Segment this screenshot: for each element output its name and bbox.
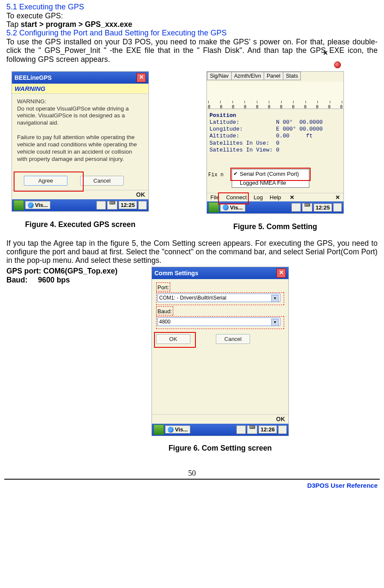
heading-5-2: 5.2 Configuring the Port and Baud Settin… — [6, 29, 378, 38]
globe-icon — [28, 202, 34, 208]
sat-val: 0 — [292, 105, 294, 109]
port-label: Port: — [157, 284, 169, 291]
start-icon[interactable] — [154, 425, 164, 435]
close-icon[interactable]: ✕ — [137, 73, 146, 82]
record-icon[interactable] — [334, 61, 341, 68]
tab-signav[interactable]: Sig/Nav — [207, 72, 232, 80]
menu-logged-nmea[interactable]: Logged NMEA File — [232, 178, 309, 187]
close-icon[interactable]: ✕ — [332, 193, 343, 201]
taskbar-time: 12:25 — [314, 204, 332, 212]
screens-icon[interactable] — [333, 203, 342, 212]
sat-val: 0 — [220, 105, 222, 109]
taskbar-app[interactable]: Vis... — [220, 204, 245, 212]
menubar: File Connect Log Help ✕ ✕ — [207, 193, 343, 201]
window-titlebar: BEELineGPS ✕ — [12, 72, 148, 84]
taskbar: Vis... ⌨ 12:25 — [12, 199, 148, 211]
speaker-icon[interactable] — [236, 425, 246, 434]
taskbar-time: 12:26 — [259, 425, 277, 434]
tap-prefix: Tap — [6, 20, 20, 29]
sat-val: 0 — [268, 105, 271, 109]
close-icon[interactable]: ✕ — [323, 49, 328, 56]
globe-icon — [168, 427, 174, 433]
text-to-execute: To execute GPS: — [6, 12, 378, 20]
para-5-2: To use the GPS installed on your D3 POS,… — [6, 38, 378, 63]
taskbar-app-label: Vis... — [175, 426, 188, 433]
close-icon[interactable]: ✕ — [286, 193, 298, 201]
tab-azmth[interactable]: Azmth/Elvn — [231, 72, 264, 80]
cancel-button[interactable]: Cancel — [216, 334, 250, 344]
start-icon[interactable] — [14, 200, 24, 210]
chevron-down-icon[interactable]: ▾ — [271, 319, 279, 326]
position-lines: Latitude: N 00° 00.0000 Longitude: E 000… — [209, 119, 323, 153]
sat-val: 0 — [328, 105, 331, 109]
sat-val: 0 — [316, 105, 319, 109]
settings-port-line: GPS port: COM6(GPS_Top.exe) — [6, 267, 134, 276]
window-title: Comm Settings — [154, 270, 198, 277]
keyboard-icon[interactable]: ⌨ — [247, 425, 257, 434]
taskbar-app-label: Vis... — [230, 204, 243, 211]
keyboard-icon[interactable]: ⌨ — [302, 203, 312, 212]
tab-panel[interactable]: Panel — [264, 72, 283, 80]
highlight-box — [14, 172, 84, 192]
menu-serial-port[interactable]: ✔ Serial Port (Comm Port) — [232, 169, 309, 178]
footer-text: D3POS User Reference — [0, 482, 384, 492]
figure-6-caption: Figure 6. Com Setting screen — [151, 444, 289, 453]
figure-4-screenshot: BEELineGPS ✕ WARNING WARNING: Do not ope… — [12, 71, 149, 212]
para-after-figs: If you tap the Agree tap in the figure 5… — [6, 239, 378, 265]
position-title: Position — [209, 112, 236, 119]
speaker-icon[interactable] — [96, 201, 106, 210]
highlight-box — [154, 332, 196, 348]
speaker-icon[interactable] — [291, 203, 301, 212]
menu-serial-label: Serial Port (Comm Port) — [240, 171, 299, 177]
screens-icon[interactable] — [138, 201, 147, 210]
position-block: Position Latitude: N 00° 00.0000 Longitu… — [207, 109, 343, 158]
menu-log[interactable]: Log — [250, 193, 266, 201]
screens-icon[interactable] — [278, 425, 287, 434]
baud-field[interactable]: 4800 ▾ — [157, 317, 280, 326]
sat-val: 0 — [232, 105, 234, 109]
taskbar: Vis... ⌨ 12:26 — [152, 424, 288, 436]
cancel-button[interactable]: Cancel — [80, 176, 124, 186]
window-titlebar: Comm Settings ✕ — [152, 267, 288, 279]
text-tap-line: Tap start > program > GPS_xxx.exe — [6, 20, 378, 29]
taskbar-app[interactable]: Vis... — [25, 201, 50, 209]
sat-val: 0 — [244, 105, 247, 109]
keyboard-icon[interactable]: ⌨ — [107, 201, 117, 210]
baud-label: Baud: — [157, 308, 172, 314]
sat-val: 0 — [280, 105, 282, 109]
fix-label: Fix n — [208, 172, 224, 178]
highlight-box — [218, 192, 249, 204]
globe-icon — [223, 204, 229, 210]
menu-help[interactable]: Help — [266, 193, 285, 201]
check-icon: ✔ — [233, 171, 238, 177]
tab-row: Sig/Nav Azmth/Elvn Panel Stats — [207, 72, 343, 80]
taskbar-app[interactable]: Vis... — [165, 425, 190, 434]
figure-6-screenshot: Comm Settings ✕ Port: COM1: - Drivers\Bu… — [151, 267, 289, 436]
page-number: 50 — [6, 469, 378, 478]
warning-text: WARNING: Do not operate VisualGPSce whil… — [12, 94, 148, 174]
taskbar-time: 12:25 — [119, 201, 137, 209]
figure-5-screenshot: Sig/Nav Azmth/Elvn Panel Stats 0 0 0 0 — [207, 71, 344, 214]
figure-4-caption: Figure 4. Executed GPS screen — [12, 220, 149, 229]
sat-val: 0 — [304, 105, 306, 109]
port-field[interactable]: COM1: - Drivers\BuiltIn\Serial ▾ — [157, 294, 280, 302]
settings-baud-line: Baud: 9600 bps — [6, 276, 134, 285]
close-icon[interactable]: ✕ — [276, 268, 286, 278]
sat-val: 0 — [208, 105, 210, 109]
port-value: COM1: - Drivers\BuiltIn\Serial — [159, 295, 226, 301]
chevron-down-icon[interactable]: ▾ — [271, 295, 279, 302]
heading-5-1: 5.1 Executing the GPS — [6, 3, 378, 12]
warning-label: WARNING — [12, 84, 148, 94]
tab-stats[interactable]: Stats — [283, 72, 301, 80]
sat-val: 0 — [340, 105, 343, 109]
footer-line — [4, 479, 380, 480]
popup-menu: ✔ Serial Port (Comm Port) Logged NMEA Fi… — [232, 169, 309, 188]
figure-5-caption: Figure 5. Comm Setting — [207, 222, 344, 231]
ok-bar[interactable]: OK — [152, 414, 288, 424]
tap-path: start > program > GPS_xxx.exe — [20, 20, 132, 29]
start-icon[interactable] — [209, 202, 219, 212]
satellite-bars: 0 0 0 0 0 0 0 0 0 0 0 0 — [207, 82, 343, 109]
window-title: BEELineGPS — [15, 74, 52, 81]
sat-val: 0 — [256, 105, 259, 109]
taskbar-app-label: Vis... — [35, 202, 48, 208]
